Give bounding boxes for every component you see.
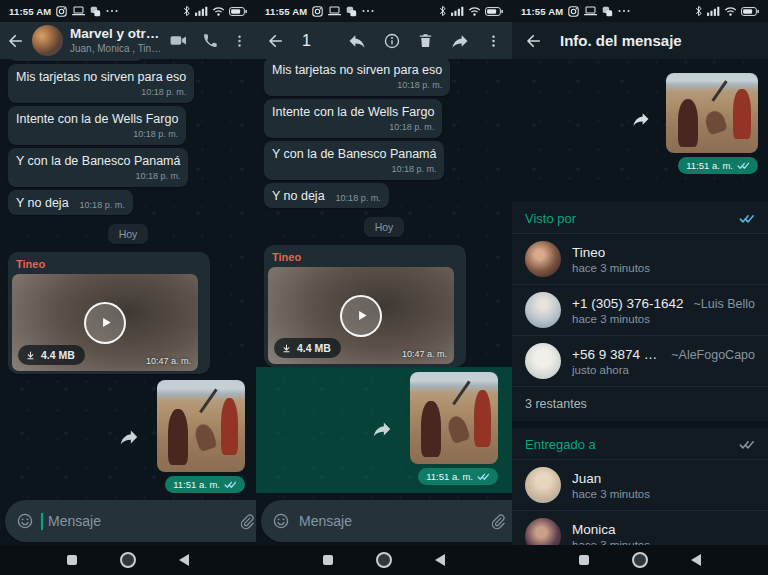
- read-check-icon: [477, 472, 490, 481]
- avatar[interactable]: [525, 467, 561, 503]
- video-call-icon[interactable]: [169, 31, 188, 50]
- menu-icon[interactable]: [232, 33, 247, 49]
- forward-icon[interactable]: [631, 109, 651, 129]
- play-icon[interactable]: [84, 302, 126, 344]
- video-thumbnail[interactable]: [157, 380, 245, 472]
- info-icon[interactable]: [383, 32, 401, 50]
- message-time: 11:51 a. m.: [686, 160, 733, 171]
- thumbnail-figure: [703, 109, 728, 136]
- message-preview-area: 11:51 a. m.: [512, 59, 768, 202]
- more-notifications-icon: [618, 9, 630, 13]
- push-name: ~AleFogoCapo: [663, 348, 755, 362]
- chat-screen: 11:55 AM Marvel y otros V... Juan, Monic…: [0, 0, 256, 575]
- message-bubble[interactable]: Mis tarjetas no sirven para eso 10:18 p.…: [8, 64, 194, 103]
- chat-screen-selection: 11:55 AM 1 Ti: [256, 0, 512, 575]
- avatar[interactable]: [525, 292, 561, 328]
- battery-icon: [229, 7, 247, 16]
- forward-icon[interactable]: [371, 418, 393, 440]
- remaining-count[interactable]: 3 restantes: [512, 386, 768, 421]
- wifi-icon: [468, 6, 481, 16]
- video-size: 4.4 MB: [297, 342, 331, 354]
- contact-name: Juan: [572, 471, 601, 486]
- message-text: Mis tarjetas no sirven para eso: [272, 63, 442, 77]
- input-pill[interactable]: [261, 500, 512, 542]
- voice-call-icon[interactable]: [202, 33, 218, 49]
- signal-icon: [451, 6, 464, 16]
- message-text: Y con la de Banesco Panamá: [16, 154, 180, 168]
- download-size-pill[interactable]: 4.4 MB: [274, 338, 341, 358]
- message-time: 10:18 p. m.: [272, 164, 436, 176]
- message-bubble[interactable]: Tineo No mi pana10:18 p. m.: [8, 59, 144, 61]
- back-arrow-icon[interactable]: [267, 32, 285, 50]
- laptop-notification-icon: [328, 6, 341, 16]
- message-time: 10:18 p. m.: [272, 80, 442, 92]
- back-arrow-icon[interactable]: [525, 32, 543, 50]
- thumbnail-figure: [421, 401, 440, 456]
- message-time-pill: 11:51 a. m.: [165, 476, 245, 493]
- video-thumbnail[interactable]: [410, 372, 498, 464]
- section-title: Entregado a: [525, 437, 596, 452]
- recents-icon[interactable]: [67, 555, 77, 565]
- message-bubble[interactable]: Intente con la de Wells Fargo 10:18 p. m…: [264, 99, 442, 138]
- message-bubble[interactable]: Y con la de Banesco Panamá 10:18 p. m.: [264, 141, 444, 180]
- recents-icon[interactable]: [579, 555, 589, 565]
- bluetooth-icon: [182, 5, 191, 17]
- android-back-icon[interactable]: [691, 554, 701, 566]
- android-back-icon[interactable]: [435, 554, 445, 566]
- back-arrow-icon[interactable]: [7, 32, 25, 50]
- thumbnail-figure: [200, 389, 218, 413]
- chat-title-block[interactable]: Marvel y otros V... Juan, Monica , Tineo…: [70, 26, 162, 55]
- video-thumbnail[interactable]: [666, 73, 758, 153]
- receipt-time: hace 3 minutos: [572, 488, 755, 500]
- video-thumbnail[interactable]: 4.4 MB 10:47 a. m.: [268, 267, 454, 364]
- battery-icon: [741, 7, 759, 16]
- attach-icon[interactable]: [489, 513, 506, 530]
- download-size-pill[interactable]: 4.4 MB: [18, 345, 85, 365]
- play-icon[interactable]: [340, 295, 382, 337]
- status-time: 11:55 AM: [265, 6, 307, 17]
- incoming-video-message[interactable]: Tineo 4.4 MB 10:47 a. m.: [264, 245, 466, 367]
- outgoing-video-message[interactable]: 11:51 a. m.: [666, 73, 758, 174]
- message-time: 11:51 a. m.: [173, 479, 220, 490]
- message-input[interactable]: [46, 512, 231, 530]
- home-icon[interactable]: [632, 552, 648, 568]
- thumbnail-figure: [678, 99, 698, 147]
- instagram-notification-icon: [312, 6, 323, 17]
- menu-icon[interactable]: [486, 33, 501, 49]
- delivered-check-icon: [739, 439, 755, 450]
- floating-window-icon: [346, 6, 357, 17]
- group-avatar[interactable]: [32, 25, 63, 56]
- list-item[interactable]: Juan hace 3 minutos: [512, 459, 768, 510]
- avatar[interactable]: [525, 343, 561, 379]
- home-icon[interactable]: [120, 552, 136, 568]
- message-bubble[interactable]: Mis tarjetas no sirven para eso 10:18 p.…: [264, 59, 450, 96]
- forward-icon[interactable]: [118, 426, 140, 448]
- chat-message-list: Tineo No mi pana10:18 p. m. Mis tarjetas…: [256, 59, 512, 545]
- message-time: 10:18 p. m.: [16, 129, 178, 141]
- message-bubble[interactable]: Y con la de Banesco Panamá 10:18 p. m.: [8, 148, 188, 187]
- emoji-icon[interactable]: [16, 512, 34, 530]
- forward-icon[interactable]: [450, 31, 470, 51]
- message-time: 10:18 p. m.: [16, 87, 186, 99]
- home-icon[interactable]: [376, 552, 392, 568]
- message-input[interactable]: [297, 512, 482, 530]
- video-thumbnail[interactable]: 4.4 MB 10:47 a. m.: [12, 274, 198, 371]
- reply-icon[interactable]: [347, 31, 367, 51]
- signal-icon: [707, 6, 720, 16]
- list-item[interactable]: +1 (305) 376-1642 ~Luis Bello hace 3 min…: [512, 284, 768, 335]
- avatar[interactable]: [525, 241, 561, 277]
- input-pill[interactable]: [5, 500, 256, 542]
- message-bubble[interactable]: Y no deja10:18 p. m.: [264, 183, 389, 208]
- status-bar: 11:55 AM: [512, 0, 768, 22]
- emoji-icon[interactable]: [272, 512, 290, 530]
- message-bubble[interactable]: Intente con la de Wells Fargo 10:18 p. m…: [8, 106, 186, 145]
- recents-icon[interactable]: [323, 555, 333, 565]
- attach-icon[interactable]: [238, 513, 255, 530]
- selected-message-highlight[interactable]: 11:51 a. m.: [256, 367, 512, 493]
- android-back-icon[interactable]: [179, 554, 189, 566]
- incoming-video-message[interactable]: Tineo 4.4 MB 10:47 a. m.: [8, 252, 210, 374]
- list-item[interactable]: +56 9 3874 77... ~AleFogoCapo justo ahor…: [512, 335, 768, 386]
- message-bubble[interactable]: Y no deja10:18 p. m.: [8, 190, 133, 215]
- list-item[interactable]: Tineo hace 3 minutos: [512, 233, 768, 284]
- delete-icon[interactable]: [417, 32, 434, 49]
